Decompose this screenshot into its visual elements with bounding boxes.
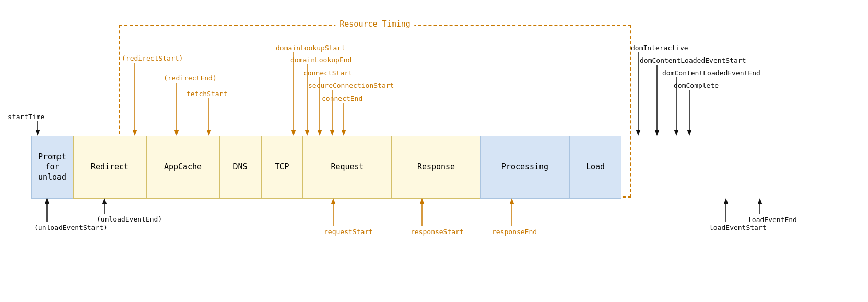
label-domainlookupend: domainLookupEnd [290, 56, 351, 64]
label-responseend: responseEnd [492, 228, 537, 236]
label-starttime: startTime [8, 113, 45, 121]
label-domcomplete: domComplete [674, 82, 719, 89]
box-response: Response [392, 136, 480, 199]
label-domcontentloadedeventstart: domContentLoadedEventStart [640, 56, 746, 64]
box-appcache: AppCache [146, 136, 219, 199]
box-prompt-unload: Promptforunload [31, 136, 73, 199]
label-requeststart: requestStart [324, 228, 373, 236]
box-request: Request [303, 136, 392, 199]
box-tcp: TCP [261, 136, 303, 199]
label-loadeventend: loadEventEnd [748, 216, 797, 224]
diagram-container: Resource Timing Promptforunload Redirect… [0, 0, 868, 302]
box-redirect: Redirect [73, 136, 146, 199]
resource-timing-label: Resource Timing [335, 19, 414, 29]
label-domainlookupstart: domainLookupStart [276, 44, 345, 52]
label-domcontentloadedeventend: domContentLoadedEventEnd [662, 69, 760, 77]
box-dns: DNS [219, 136, 261, 199]
box-load: Load [569, 136, 621, 199]
label-loadeventstart: loadEventStart [709, 224, 767, 231]
label-dominteractive: domInteractive [631, 44, 688, 52]
label-redirectstart: (redirectStart) [122, 54, 183, 62]
label-fetchstart: fetchStart [186, 90, 227, 98]
label-unloadeventstart: (unloadEventStart) [34, 224, 108, 231]
label-secureconnectionstart: secureConnectionStart [308, 82, 394, 89]
label-redirectend: (redirectEnd) [163, 74, 217, 82]
label-connectstart: connectStart [303, 69, 353, 77]
label-responsestart: responseStart [410, 228, 464, 236]
boxes-row: Promptforunload Redirect AppCache DNS TC… [31, 136, 621, 199]
label-connectend: connectEnd [322, 95, 362, 102]
box-processing: Processing [480, 136, 569, 199]
label-unloadeventend: (unloadEventEnd) [97, 215, 162, 223]
